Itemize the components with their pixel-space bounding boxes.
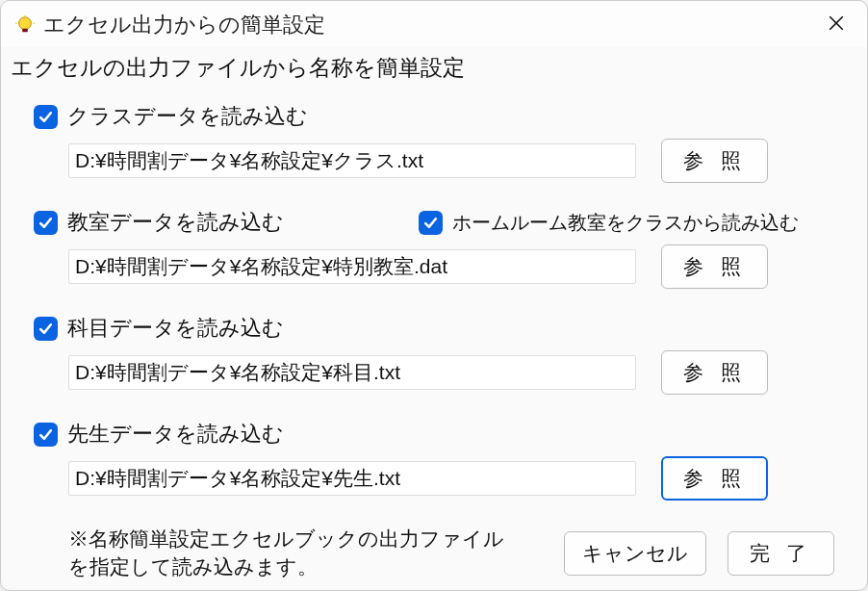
title-left: エクセル出力からの簡単設定 (14, 11, 325, 39)
check-row-class: クラスデータを読み込む (34, 102, 834, 131)
checkbox-teacher-label: 先生データを読み込む (67, 420, 284, 449)
checkbox-homeroom[interactable] (419, 211, 443, 235)
browse-button-teacher[interactable]: 参 照 (661, 456, 768, 501)
page-subtitle: エクセルの出力ファイルから名称を簡単設定 (1, 47, 867, 89)
section-room: 教室データを読み込む ホームルーム教室をクラスから読み込む 参 照 (34, 208, 834, 289)
footer-buttons: キャンセル 完 了 (564, 531, 834, 576)
svg-rect-1 (22, 29, 28, 33)
browse-button-class[interactable]: 参 照 (661, 139, 768, 183)
input-row-class: 参 照 (34, 139, 834, 183)
check-row-subject: 科目データを読み込む (34, 314, 834, 343)
input-row-room: 参 照 (34, 244, 834, 289)
path-input-teacher[interactable] (68, 461, 636, 496)
check-row-teacher: 先生データを読み込む (34, 420, 834, 449)
checkbox-room[interactable] (34, 211, 58, 235)
dialog-window: エクセル出力からの簡単設定 エクセルの出力ファイルから名称を簡単設定 クラスデー… (0, 0, 868, 591)
footer: ※名称簡単設定エクセルブックの出力ファイルを指定して読み込みます。 キャンセル … (1, 526, 867, 590)
checkbox-class-label: クラスデータを読み込む (67, 102, 308, 131)
checkbox-subject-label: 科目データを読み込む (67, 314, 284, 343)
svg-point-0 (19, 17, 32, 30)
titlebar: エクセル出力からの簡単設定 (1, 1, 867, 47)
window-title: エクセル出力からの簡単設定 (43, 11, 325, 39)
content-area: クラスデータを読み込む 参 照 教室データを読み込む ホームルーム教室をクラスか… (1, 89, 867, 526)
checkbox-teacher[interactable] (34, 423, 58, 447)
checkbox-room-label: 教室データを読み込む (67, 208, 284, 237)
checkbox-class[interactable] (34, 105, 58, 129)
section-teacher: 先生データを読み込む 参 照 (34, 420, 834, 501)
check-row-room: 教室データを読み込む ホームルーム教室をクラスから読み込む (34, 208, 834, 237)
input-row-teacher: 参 照 (34, 456, 834, 501)
complete-button[interactable]: 完 了 (728, 531, 834, 576)
close-icon[interactable] (819, 13, 854, 38)
sub-row-homeroom: ホームルーム教室をクラスから読み込む (419, 210, 799, 236)
footer-note: ※名称簡単設定エクセルブックの出力ファイルを指定して読み込みます。 (68, 526, 511, 580)
section-class: クラスデータを読み込む 参 照 (34, 102, 834, 183)
input-row-subject: 参 照 (34, 350, 834, 395)
section-subject: 科目データを読み込む 参 照 (34, 314, 834, 395)
path-input-room[interactable] (68, 249, 636, 284)
path-input-class[interactable] (68, 143, 636, 178)
checkbox-homeroom-label: ホームルーム教室をクラスから読み込む (452, 210, 799, 236)
lightbulb-icon (14, 14, 36, 36)
browse-button-subject[interactable]: 参 照 (661, 350, 768, 395)
path-input-subject[interactable] (68, 355, 636, 390)
checkbox-subject[interactable] (34, 317, 58, 341)
cancel-button[interactable]: キャンセル (564, 531, 706, 576)
browse-button-room[interactable]: 参 照 (661, 244, 768, 289)
